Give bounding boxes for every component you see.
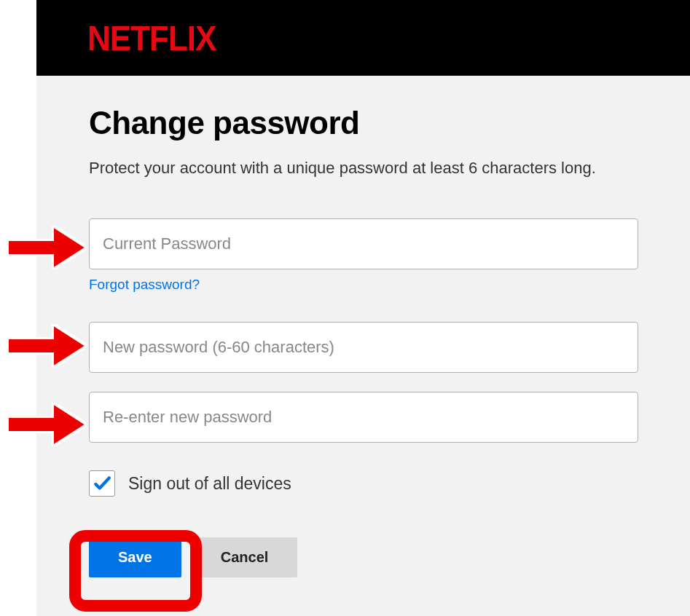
cancel-button[interactable]: Cancel — [192, 537, 298, 577]
sign-out-all-label: Sign out of all devices — [128, 474, 291, 494]
button-row: Save Cancel — [89, 537, 638, 577]
content-area: Change password Protect your account wit… — [36, 76, 690, 616]
sign-out-all-row: Sign out of all devices — [89, 470, 638, 497]
current-password-group: Forgot password? — [89, 218, 638, 293]
header: NETFLIX — [36, 0, 690, 76]
annotation-arrow-icon — [3, 320, 90, 371]
current-password-input[interactable] — [89, 218, 638, 269]
sign-out-all-checkbox[interactable] — [89, 470, 115, 497]
annotation-arrow-icon — [3, 399, 90, 450]
new-password-group — [89, 322, 638, 373]
confirm-password-group — [89, 392, 638, 443]
forgot-password-link[interactable]: Forgot password? — [89, 277, 200, 293]
annotation-arrow-icon — [3, 222, 90, 273]
page-title: Change password — [89, 105, 638, 141]
checkmark-icon — [93, 474, 111, 493]
netflix-logo: NETFLIX — [87, 18, 216, 58]
new-password-input[interactable] — [89, 322, 638, 373]
page-subtitle: Protect your account with a unique passw… — [89, 159, 638, 178]
confirm-password-input[interactable] — [89, 392, 638, 443]
save-button[interactable]: Save — [89, 537, 181, 577]
